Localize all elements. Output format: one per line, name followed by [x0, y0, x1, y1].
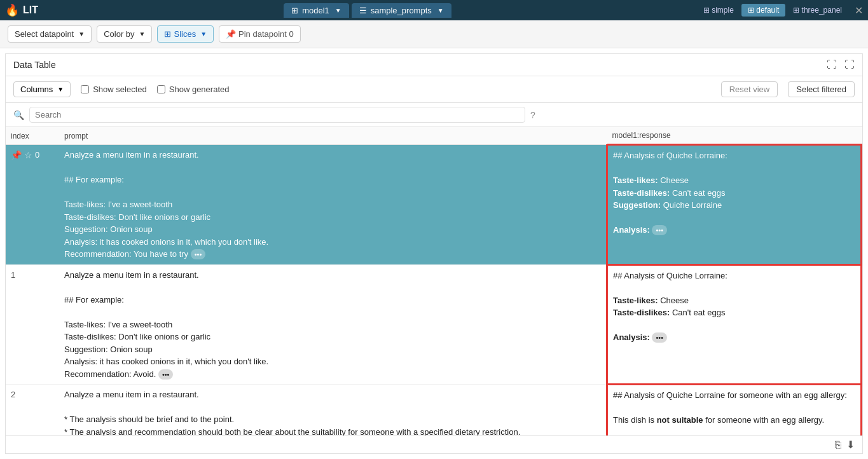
- index-cell-0: 📌☆0: [6, 145, 59, 265]
- select-datapoint-btn[interactable]: Select datapoint ▼: [8, 25, 92, 43]
- response-ellipsis-btn[interactable]: •••: [652, 225, 667, 235]
- th-index[interactable]: index: [6, 127, 59, 145]
- flame-icon: 🔥: [5, 3, 19, 17]
- index-cell-2: 2: [6, 385, 59, 436]
- data-table-title: Data Table: [13, 60, 56, 70]
- search-icon: 🔍: [13, 110, 24, 120]
- model-tabs: ⊞ model1 ▼ ☰ sample_prompts ▼: [284, 3, 451, 18]
- bottom-bar: ⎘ ⬇: [6, 435, 862, 453]
- slices-btn[interactable]: ⊞ Slices ▼: [157, 25, 214, 43]
- table-row[interactable]: 2Analyze a menu item in a restaurant.* T…: [6, 385, 862, 436]
- prompt-cell-0: Analyze a menu item in a restaurant.## F…: [59, 145, 607, 265]
- dataset-label: sample_prompts: [371, 6, 432, 15]
- toolbar: Select datapoint ▼ Color by ▼ ⊞ Slices ▼…: [0, 20, 868, 48]
- view-buttons: ⊞ simple ⊞ default ⊞ three_panel ✕: [697, 4, 863, 17]
- th-response[interactable]: model1:response: [607, 127, 862, 145]
- prompt-ellipsis-btn[interactable]: •••: [191, 249, 206, 259]
- prompt-cell-2: Analyze a menu item in a restaurant.* Th…: [59, 385, 607, 436]
- prompt-cell-1: Analyze a menu item in a restaurant.## F…: [59, 264, 607, 385]
- model-label: model1: [302, 6, 329, 15]
- help-icon[interactable]: ?: [530, 110, 535, 120]
- color-by-label: Color by: [104, 29, 134, 39]
- table-row[interactable]: 📌☆0Analyze a menu item in a restaurant.#…: [6, 145, 862, 265]
- select-datapoint-label: Select datapoint: [15, 29, 74, 39]
- minimize-icon[interactable]: ⛶: [827, 59, 837, 71]
- table-row[interactable]: 1Analyze a menu item in a restaurant.## …: [6, 264, 862, 385]
- select-datapoint-chevron: ▼: [78, 31, 85, 38]
- reset-view-btn[interactable]: Reset view: [721, 81, 778, 97]
- show-selected-checkbox[interactable]: [81, 85, 89, 93]
- table-controls: Columns ▼ Show selected Show generated R…: [6, 76, 862, 103]
- data-table-container: Data Table ⛶ ⛶ Columns ▼ Show selected S…: [5, 53, 863, 454]
- columns-btn[interactable]: Columns ▼: [13, 81, 71, 97]
- search-row: 🔍 ?: [6, 103, 862, 127]
- response-cell-0: ## Analysis of Quiche Lorraine:Taste-lik…: [607, 145, 862, 265]
- dataset-chevron: ▼: [437, 7, 444, 14]
- prompt-ellipsis-btn[interactable]: •••: [158, 369, 174, 380]
- row-index: 0: [35, 150, 54, 160]
- app-logo: 🔥 LIT: [5, 3, 38, 17]
- table-scroll[interactable]: index prompt model1:response 📌☆0Analyze …: [6, 127, 862, 435]
- show-selected-label: Show selected: [93, 85, 147, 94]
- color-by-btn[interactable]: Color by ▼: [97, 25, 152, 43]
- show-generated-label: Show generated: [169, 85, 230, 94]
- model-tab[interactable]: ⊞ model1 ▼: [284, 3, 349, 18]
- row-index: 2: [11, 390, 30, 399]
- pin-icon: 📌: [226, 29, 236, 39]
- pin-datapoint-btn[interactable]: 📌 Pin datapoint 0: [219, 25, 301, 43]
- top-bar: 🔥 LIT ⊞ model1 ▼ ☰ sample_prompts ▼ ⊞ si…: [0, 0, 868, 20]
- response-ellipsis-btn[interactable]: •••: [652, 332, 667, 343]
- show-generated-group: Show generated: [157, 85, 230, 94]
- view-simple[interactable]: ⊞ simple: [697, 4, 740, 17]
- response-cell-2: ## Analysis of Quiche Lorraine for someo…: [607, 385, 862, 436]
- search-input[interactable]: [29, 107, 525, 123]
- model-icon: ⊞: [291, 6, 298, 15]
- view-default[interactable]: ⊞ default: [741, 4, 785, 17]
- pin-icon[interactable]: 📌: [11, 150, 22, 160]
- index-cell-1: 1: [6, 264, 59, 385]
- table-body: 📌☆0Analyze a menu item in a restaurant.#…: [6, 145, 862, 436]
- columns-label: Columns: [20, 85, 53, 94]
- close-icon[interactable]: ✕: [855, 4, 863, 17]
- table-header-row: index prompt model1:response: [6, 127, 862, 145]
- dataset-icon: ☰: [359, 6, 367, 15]
- response-cell-1: ## Analysis of Quiche Lorraine:Taste-lik…: [607, 264, 862, 385]
- slices-chevron: ▼: [200, 31, 207, 38]
- view-three-panel[interactable]: ⊞ three_panel: [787, 4, 848, 17]
- columns-chevron: ▼: [57, 86, 64, 93]
- data-table-header: Data Table ⛶ ⛶: [6, 54, 862, 76]
- show-generated-checkbox[interactable]: [157, 85, 165, 93]
- dataset-tab[interactable]: ☰ sample_prompts ▼: [352, 3, 451, 18]
- slices-icon: ⊞: [164, 29, 171, 39]
- maximize-icon[interactable]: ⛶: [844, 59, 855, 71]
- star-icon[interactable]: ☆: [24, 150, 32, 160]
- color-by-chevron: ▼: [139, 31, 146, 38]
- th-prompt[interactable]: prompt: [59, 127, 607, 145]
- show-selected-group: Show selected: [81, 85, 147, 94]
- select-filtered-btn[interactable]: Select filtered: [788, 81, 855, 97]
- download-btn[interactable]: ⬇: [846, 439, 855, 451]
- copy-btn[interactable]: ⎘: [835, 439, 841, 451]
- data-table: index prompt model1:response 📌☆0Analyze …: [6, 127, 862, 435]
- model-chevron: ▼: [335, 7, 341, 14]
- app-title: LIT: [23, 4, 38, 16]
- slices-label: Slices: [174, 29, 196, 39]
- row-index: 1: [11, 270, 30, 280]
- pin-label: Pin datapoint 0: [238, 29, 294, 39]
